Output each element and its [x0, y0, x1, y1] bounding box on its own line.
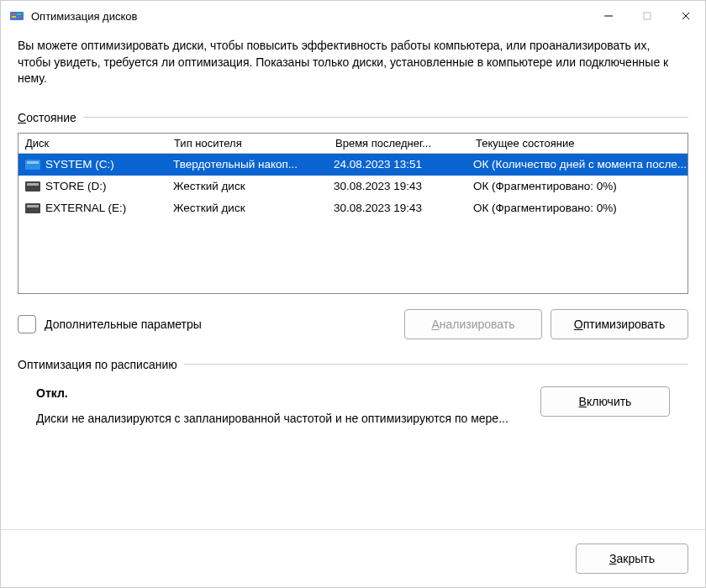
svg-rect-2	[17, 13, 21, 15]
svg-rect-1	[12, 13, 16, 15]
advanced-checkbox[interactable]	[18, 315, 36, 333]
advanced-params[interactable]: Дополнительные параметры	[18, 315, 396, 333]
table-row[interactable]: SYSTEM (C:) Твердотельный накоп... 24.08…	[18, 154, 688, 176]
schedule-box: Откл. Диски не анализируются с запланиро…	[18, 380, 688, 425]
schedule-section-header: Оптимизация по расписанию	[18, 358, 688, 371]
intro-text: Вы можете оптимизировать диски, чтобы по…	[18, 38, 688, 87]
table-header[interactable]: Диск Тип носителя Время последнег... Тек…	[18, 134, 688, 154]
drive-state: ОК (Количество дней с момента после...	[466, 158, 688, 171]
table-row[interactable]: EXTERNAL (E:) Жесткий диск 30.08.2023 19…	[18, 197, 688, 219]
titlebar: Оптимизация дисков	[1, 1, 705, 31]
state-section-label: Состояние	[18, 111, 76, 124]
drive-time: 30.08.2023 19:43	[327, 180, 466, 192]
drive-icon	[25, 160, 40, 170]
svg-rect-4	[17, 16, 21, 18]
schedule-desc: Диски не анализируются с запланированной…	[36, 412, 532, 425]
table-row[interactable]: STORE (D:) Жесткий диск 30.08.2023 19:43…	[18, 176, 688, 197]
action-row: Дополнительные параметры Анализировать О…	[18, 309, 688, 339]
table-body: SYSTEM (C:) Твердотельный накоп... 24.08…	[18, 154, 688, 219]
col-header-type[interactable]: Тип носителя	[167, 134, 329, 153]
drive-name: EXTERNAL (E:)	[45, 202, 126, 214]
close-button[interactable]	[666, 1, 705, 31]
window-controls	[589, 1, 705, 31]
col-header-disc[interactable]: Диск	[18, 134, 167, 153]
drive-name: SYSTEM (C:)	[45, 158, 114, 171]
drive-type: Твердотельный накоп...	[166, 158, 327, 171]
schedule-status: Откл.	[36, 386, 532, 400]
drive-name: STORE (D:)	[45, 180, 107, 192]
analyze-button[interactable]: Анализировать	[404, 309, 542, 339]
svg-rect-3	[12, 16, 16, 18]
divider	[184, 364, 688, 365]
footer: Закрыть	[1, 529, 705, 587]
col-header-time[interactable]: Время последнег...	[329, 134, 469, 153]
minimize-button[interactable]	[589, 1, 628, 31]
drive-icon	[25, 181, 40, 192]
drive-time: 24.08.2023 13:51	[327, 158, 466, 171]
drive-state: ОК (Фрагментировано: 0%)	[466, 202, 688, 214]
drive-icon	[25, 203, 40, 213]
advanced-label: Дополнительные параметры	[45, 318, 202, 331]
optimize-button[interactable]: Оптимизировать	[551, 309, 688, 339]
defrag-app-icon	[9, 8, 24, 24]
drive-time: 30.08.2023 19:43	[327, 202, 466, 214]
drive-type: Жесткий диск	[166, 180, 327, 192]
drive-state: ОК (Фрагментировано: 0%)	[466, 180, 688, 192]
optimize-drives-window: Оптимизация дисков Вы можете оптимизиров…	[0, 0, 706, 588]
divider	[83, 117, 688, 118]
state-section-header: Состояние	[18, 111, 688, 124]
maximize-button[interactable]	[628, 1, 666, 31]
window-title: Оптимизация дисков	[31, 10, 589, 23]
content-area: Вы можете оптимизировать диски, чтобы по…	[1, 31, 705, 529]
drives-table[interactable]: Диск Тип носителя Время последнег... Тек…	[18, 133, 688, 294]
close-dialog-button[interactable]: Закрыть	[576, 543, 688, 574]
col-header-state[interactable]: Текущее состояние	[469, 134, 688, 153]
schedule-section-label: Оптимизация по расписанию	[18, 358, 177, 371]
svg-rect-6	[644, 13, 651, 19]
drive-type: Жесткий диск	[166, 202, 327, 214]
enable-schedule-button[interactable]: Включить	[540, 386, 670, 417]
